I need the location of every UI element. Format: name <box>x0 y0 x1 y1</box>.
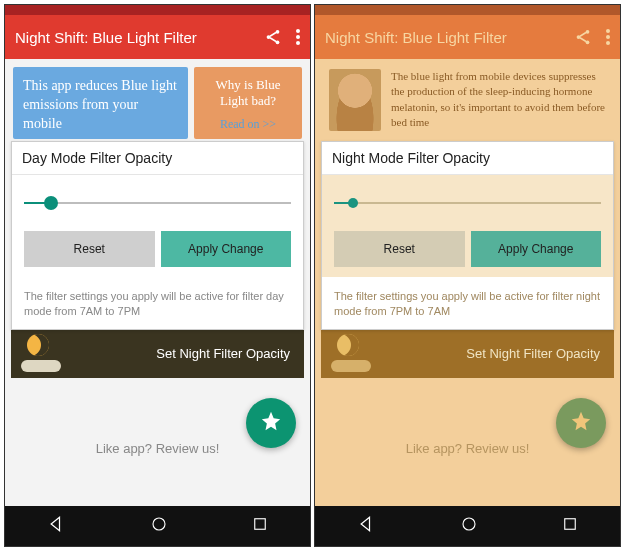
share-icon[interactable] <box>264 28 282 46</box>
info-cards-row: This app reduces Blue light emissions fr… <box>5 59 310 147</box>
slider-thumb[interactable] <box>348 198 358 208</box>
panel-hint: The filter settings you apply will be ac… <box>322 277 613 329</box>
share-icon[interactable] <box>574 28 592 46</box>
svg-rect-7 <box>254 519 265 530</box>
slider-track <box>24 202 291 204</box>
svg-point-3 <box>296 29 300 33</box>
night-banner-label: Set Night Filter Opacity <box>65 346 294 361</box>
app-title: Night Shift: Blue Light Filter <box>15 29 264 46</box>
svg-point-12 <box>606 35 610 39</box>
svg-rect-15 <box>564 519 575 530</box>
content-area: This app reduces Blue light emissions fr… <box>5 59 310 506</box>
overflow-menu-icon[interactable] <box>606 29 610 45</box>
app-bar-actions <box>264 28 300 46</box>
nav-recent-icon[interactable] <box>251 515 269 537</box>
opacity-panel: Day Mode Filter Opacity Reset Apply Chan… <box>11 141 304 330</box>
reset-button[interactable]: Reset <box>334 231 465 267</box>
star-icon <box>260 410 282 436</box>
button-row: Reset Apply Change <box>24 231 291 267</box>
panel-title: Night Mode Filter Opacity <box>322 142 613 175</box>
app-bar: Night Shift: Blue Light Filter <box>5 15 310 59</box>
svg-point-4 <box>296 35 300 39</box>
intro-card[interactable]: This app reduces Blue light emissions fr… <box>13 67 188 139</box>
favorite-fab[interactable] <box>556 398 606 448</box>
panel-body: Reset Apply Change <box>322 175 613 277</box>
button-row: Reset Apply Change <box>334 231 601 267</box>
svg-point-6 <box>153 518 165 530</box>
nav-home-icon[interactable] <box>460 515 478 537</box>
device-right: Night Shift: Blue Light Filter The blue … <box>314 4 621 547</box>
svg-point-13 <box>606 41 610 45</box>
status-bar <box>315 5 620 15</box>
moon-cloud-icon <box>21 330 65 378</box>
favorite-fab[interactable] <box>246 398 296 448</box>
svg-point-14 <box>463 518 475 530</box>
read-on-link[interactable]: Read on >> <box>202 117 294 132</box>
nav-home-icon[interactable] <box>150 515 168 537</box>
slider-thumb[interactable] <box>44 196 58 210</box>
slider-track <box>334 202 601 204</box>
nav-back-icon[interactable] <box>47 514 67 538</box>
star-icon <box>570 410 592 436</box>
info-row: The blue light from mobile devices suppr… <box>315 59 620 149</box>
status-bar <box>5 5 310 15</box>
why-bad-card[interactable]: Why is Blue Light bad? Read on >> <box>194 67 302 139</box>
android-nav-bar <box>315 506 620 546</box>
app-title: Night Shift: Blue Light Filter <box>325 29 574 46</box>
set-night-filter-banner[interactable]: Set Night Filter Opacity <box>321 330 614 378</box>
panel-body: Reset Apply Change <box>12 175 303 277</box>
opacity-panel: Night Mode Filter Opacity Reset Apply Ch… <box>321 141 614 330</box>
panel-title: Day Mode Filter Opacity <box>12 142 303 175</box>
apply-change-button[interactable]: Apply Change <box>471 231 602 267</box>
android-nav-bar <box>5 506 310 546</box>
set-night-filter-banner[interactable]: Set Night Filter Opacity <box>11 330 304 378</box>
app-bar: Night Shift: Blue Light Filter <box>315 15 620 59</box>
moon-cloud-icon <box>331 330 375 378</box>
panel-hint: The filter settings you apply will be ac… <box>12 277 303 329</box>
app-bar-actions <box>574 28 610 46</box>
opacity-slider[interactable] <box>24 193 291 213</box>
svg-point-5 <box>296 41 300 45</box>
svg-point-11 <box>606 29 610 33</box>
device-left: Night Shift: Blue Light Filter This app … <box>4 4 311 547</box>
night-banner-label: Set Night Filter Opacity <box>375 346 604 361</box>
info-text: The blue light from mobile devices suppr… <box>391 69 606 131</box>
nav-back-icon[interactable] <box>357 514 377 538</box>
opacity-slider[interactable] <box>334 193 601 213</box>
author-avatar <box>329 69 381 131</box>
overflow-menu-icon[interactable] <box>296 29 300 45</box>
reset-button[interactable]: Reset <box>24 231 155 267</box>
why-bad-heading: Why is Blue Light bad? <box>202 77 294 109</box>
apply-change-button[interactable]: Apply Change <box>161 231 292 267</box>
nav-recent-icon[interactable] <box>561 515 579 537</box>
content-area: The blue light from mobile devices suppr… <box>315 59 620 506</box>
